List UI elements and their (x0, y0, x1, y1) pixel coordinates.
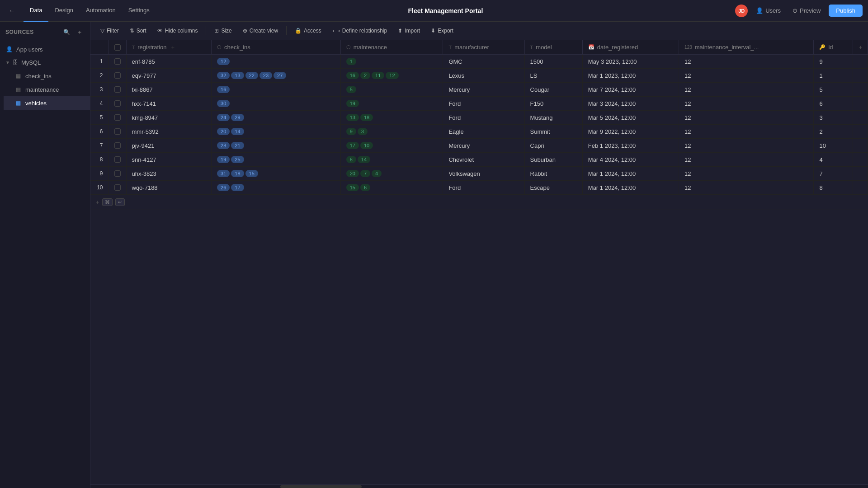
sort-icon: ⇅ (130, 28, 134, 34)
row-number: 3 (90, 83, 108, 97)
row-checkbox[interactable] (114, 142, 121, 149)
table-row[interactable]: 3fxi-8867165MercuryCougarMar 7 2024, 12:… (90, 83, 868, 97)
toolbar: ▽ Filter ⇅ Sort 👁 Hide columns ⊞ Size ⊕ … (90, 22, 868, 40)
col-label-maintenance: maintenance (354, 44, 387, 51)
preview-button[interactable]: ⊙ Preview (789, 5, 824, 16)
cell-id: 3 (814, 111, 853, 125)
tab-settings[interactable]: Settings (122, 0, 156, 22)
cell-maintenance-interval: 12 (679, 167, 814, 181)
cell-maintenance: 156 (340, 181, 443, 195)
text-type-icon-2: T (448, 45, 452, 50)
cell-registration: uhx-3823 (126, 167, 212, 181)
cell-maintenance: 1 (340, 55, 443, 69)
sort-button[interactable]: ⇅ Sort (125, 25, 151, 36)
tab-design[interactable]: Design (48, 0, 79, 22)
table-row[interactable]: 6mmr-5392201493EagleSummitMar 9 2022, 12… (90, 125, 868, 139)
topbar: ← Data Design Automation Settings Fleet … (0, 0, 868, 22)
table-row[interactable]: 10wqo-71882617156FordEscapeMar 1 2024, 1… (90, 181, 868, 195)
number-type-icon: 123 (684, 45, 692, 50)
cell-model: 1500 (524, 55, 582, 69)
tab-data[interactable]: Data (24, 0, 48, 22)
cell-model: Rabbit (524, 167, 582, 181)
cell-maintenance-interval: 12 (679, 181, 814, 195)
sidebar-item-vehicles[interactable]: ▦ vehicles (4, 96, 90, 110)
table-row[interactable]: 2eqv-797732132223271621112LexusLSMar 1 2… (90, 69, 868, 83)
col-header-check-ins[interactable]: ⬡ check_ins (212, 40, 341, 55)
filter-button[interactable]: ▽ Filter (96, 25, 123, 36)
lock-icon: 🔒 (295, 28, 302, 34)
cell-maintenance-interval: 12 (679, 125, 814, 139)
access-button[interactable]: 🔒 Access (290, 25, 326, 36)
back-button[interactable]: ← (5, 5, 18, 17)
cell-registration: mmr-5392 (126, 125, 212, 139)
main-layout: Sources 🔍 ＋ 👤 App users ▼ 🗄 MySQL ▦ chec… (0, 22, 868, 488)
table-row[interactable]: 5kmg-894724291318FordMustangMar 5 2024, … (90, 111, 868, 125)
define-relationship-label: Define relationship (342, 28, 387, 34)
sidebar: Sources 🔍 ＋ 👤 App users ▼ 🗄 MySQL ▦ chec… (0, 22, 90, 488)
col-label-model: model (536, 44, 552, 51)
row-checkbox[interactable] (114, 86, 121, 93)
import-button[interactable]: ⬆ Import (393, 25, 425, 36)
cell-model: F150 (524, 97, 582, 111)
text-type-icon-3: T (530, 45, 533, 50)
checkbox-header[interactable] (108, 40, 126, 55)
cell-maintenance: 19 (340, 97, 443, 111)
users-button[interactable]: 👤 Users (752, 5, 784, 16)
col-header-maintenance-interval[interactable]: 123 maintenance_interval_... (679, 40, 814, 55)
add-row-button[interactable]: + ⌘ ↵ (90, 195, 868, 210)
sidebar-header-icons: 🔍 ＋ (62, 27, 85, 37)
table-row[interactable]: 8snn-41271925814ChevroletSuburbanMar 4 2… (90, 153, 868, 167)
row-number: 8 (90, 153, 108, 167)
cell-date-registered: Mar 1 2024, 12:00 (582, 181, 679, 195)
table-row[interactable]: 9uhx-38233118152074VolkswagenRabbitMar 1… (90, 167, 868, 181)
row-checkbox[interactable] (114, 72, 121, 79)
row-checkbox[interactable] (114, 156, 121, 163)
row-checkbox[interactable] (114, 58, 121, 65)
col-header-registration[interactable]: T registration + (126, 40, 212, 55)
row-number: 7 (90, 139, 108, 153)
export-button[interactable]: ⬇ Export (426, 25, 458, 36)
cell-empty (853, 153, 868, 167)
sidebar-item-maintenance[interactable]: ▦ maintenance (4, 83, 90, 96)
cell-empty (853, 69, 868, 83)
sidebar-item-app-users[interactable]: 👤 App users (0, 42, 90, 56)
create-view-button[interactable]: ⊕ Create view (238, 25, 283, 36)
col-header-maintenance[interactable]: ⬡ maintenance (340, 40, 443, 55)
add-source-button[interactable]: ＋ (75, 27, 85, 37)
table-row[interactable]: 1enf-8785121GMC1500May 3 2023, 12:00129 (90, 55, 868, 69)
sidebar-item-label: check_ins (25, 73, 52, 80)
cell-check-ins: 2429 (212, 111, 341, 125)
cell-manufacturer: Mercury (443, 139, 524, 153)
add-column-button[interactable]: + (853, 40, 868, 55)
tab-automation[interactable]: Automation (80, 0, 122, 22)
row-checkbox[interactable] (114, 128, 121, 135)
row-checkbox[interactable] (114, 170, 121, 177)
publish-button[interactable]: Publish (829, 5, 863, 17)
col-header-manufacturer[interactable]: T manufacturer (443, 40, 524, 55)
table-row[interactable]: 7pjv-942128211710MercuryCapriFeb 1 2023,… (90, 139, 868, 153)
add-col-after-registration[interactable]: + (171, 44, 175, 51)
cell-id: 4 (814, 153, 853, 167)
col-header-model[interactable]: T model (524, 40, 582, 55)
define-relationship-button[interactable]: ⟷ Define relationship (328, 25, 392, 36)
cell-manufacturer: Mercury (443, 83, 524, 97)
row-checkbox[interactable] (114, 114, 121, 121)
table-row[interactable]: 4hxx-71413019FordF150Mar 3 2024, 12:0012… (90, 97, 868, 111)
col-header-id[interactable]: 🔑 id (814, 40, 853, 55)
cell-check-ins: 12 (212, 55, 341, 69)
row-checkbox[interactable] (114, 100, 121, 107)
cell-manufacturer: Eagle (443, 125, 524, 139)
sidebar-item-check-ins[interactable]: ▦ check_ins (4, 69, 90, 83)
cell-id: 9 (814, 55, 853, 69)
cell-date-registered: Mar 3 2024, 12:00 (582, 97, 679, 111)
select-all-checkbox[interactable] (114, 44, 121, 51)
search-button[interactable]: 🔍 (62, 27, 72, 37)
horizontal-scrollbar[interactable] (90, 484, 868, 488)
cell-registration: pjv-9421 (126, 139, 212, 153)
hide-columns-button[interactable]: 👁 Hide columns (153, 25, 203, 36)
sidebar-mysql-toggle[interactable]: ▼ 🗄 MySQL (0, 56, 90, 69)
row-checkbox[interactable] (114, 184, 121, 191)
col-header-date-registered[interactable]: 📅 date_registered (582, 40, 679, 55)
cell-date-registered: Mar 4 2024, 12:00 (582, 153, 679, 167)
size-button[interactable]: ⊞ Size (210, 25, 236, 36)
